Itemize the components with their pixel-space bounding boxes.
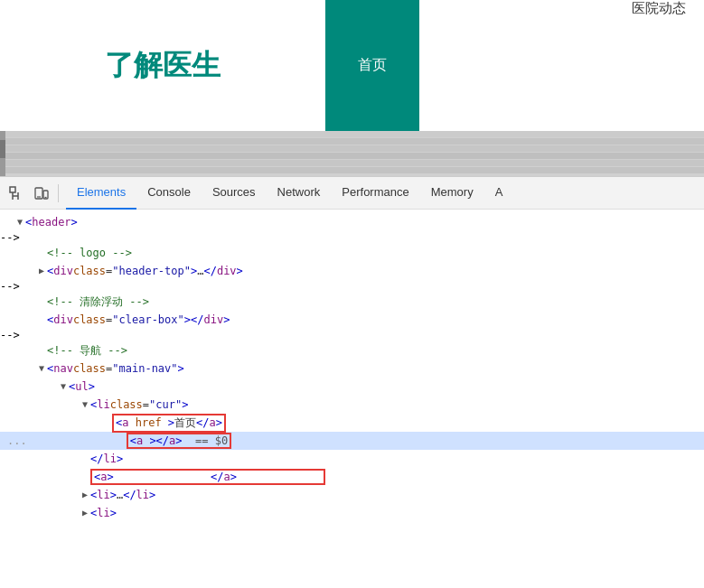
dom-line[interactable]: ▶ <li> bbox=[0, 504, 704, 522]
banner-area bbox=[0, 131, 704, 176]
triangle-icon[interactable]: ▼ bbox=[58, 381, 69, 392]
device-toolbar-icon[interactable] bbox=[31, 181, 52, 206]
logo-area: 了解医生 bbox=[0, 46, 325, 86]
triangle-icon[interactable]: ▶ bbox=[80, 490, 90, 500]
red-box-2: <a ></a> == $0 bbox=[127, 433, 231, 449]
elements-panel[interactable]: ▼ <header> --> ▶ <!-- logo --> ▶ <div cl… bbox=[0, 210, 704, 588]
dom-line[interactable]: ▶ </li> bbox=[0, 450, 704, 468]
dom-line[interactable]: ▼ <li class="cur" > bbox=[0, 396, 704, 414]
svg-rect-1 bbox=[0, 131, 704, 137]
dom-line-selected[interactable]: ... ▶ <a ></a> == $0 bbox=[0, 432, 704, 450]
svg-rect-3 bbox=[0, 145, 704, 152]
red-box-3: <a> </a> bbox=[90, 469, 325, 485]
dom-line[interactable]: ▶ <a href >首页</a> bbox=[0, 414, 704, 432]
triangle-icon[interactable]: ▼ bbox=[14, 217, 25, 228]
dom-line[interactable]: ▼ <nav class="main-nav" > bbox=[0, 359, 704, 378]
nav-item-home: 首页 bbox=[325, 0, 419, 131]
svg-rect-6 bbox=[0, 167, 704, 173]
dom-line[interactable]: ▶ <!-- logo --> bbox=[0, 244, 704, 262]
tab-memory[interactable]: Memory bbox=[420, 177, 484, 210]
svg-rect-9 bbox=[10, 187, 15, 192]
dom-line[interactable]: ▼ <ul> bbox=[0, 378, 704, 396]
dom-line[interactable]: ▶ <div class="clear-box" ></div> bbox=[0, 311, 704, 329]
website-preview: 了解医生 首页 医院动态 bbox=[0, 0, 704, 176]
svg-rect-8 bbox=[0, 140, 5, 158]
tab-console[interactable]: Console bbox=[136, 177, 202, 210]
svg-rect-2 bbox=[0, 138, 704, 145]
tab-performance[interactable]: Performance bbox=[331, 177, 419, 210]
tab-elements[interactable]: Elements bbox=[66, 177, 136, 210]
dom-line[interactable]: ▶ <!-- 清除浮动 --> bbox=[0, 293, 704, 311]
triangle-icon[interactable]: ▼ bbox=[80, 399, 90, 410]
triangle-icon[interactable]: ▶ bbox=[36, 266, 47, 276]
dom-line[interactable]: ▶ <li >…</li> bbox=[0, 486, 704, 504]
devtools-toolbar: Elements Console Sources Network Perform… bbox=[0, 177, 704, 210]
red-box-1: <a href >首页</a> bbox=[112, 414, 226, 433]
three-dots: ... bbox=[7, 434, 27, 447]
svg-rect-4 bbox=[0, 153, 704, 159]
dom-line[interactable]: ▼ <header> bbox=[0, 213, 704, 231]
dom-line[interactable]: ▶ <a> </a> bbox=[0, 468, 704, 486]
inspector-icon[interactable] bbox=[5, 181, 27, 206]
banner-image bbox=[0, 131, 704, 176]
devtools-panel: Elements Console Sources Network Perform… bbox=[0, 176, 704, 588]
tab-network[interactable]: Network bbox=[267, 177, 332, 210]
tab-more[interactable]: A bbox=[484, 177, 514, 210]
svg-rect-5 bbox=[0, 160, 704, 166]
nav-item-news: 医院动态 bbox=[632, 0, 704, 17]
devtools-tabs: Elements Console Sources Network Perform… bbox=[62, 177, 700, 210]
triangle-icon[interactable]: ▶ bbox=[80, 508, 90, 518]
dom-line[interactable]: ▶ <div class="header-top" >…</div> bbox=[0, 262, 704, 280]
triangle-icon[interactable]: ▼ bbox=[36, 363, 47, 374]
site-header: 了解医生 首页 医院动态 bbox=[0, 0, 704, 131]
site-nav: 首页 医院动态 bbox=[325, 0, 704, 131]
toolbar-divider bbox=[58, 184, 59, 202]
dom-line[interactable]: ▶ <!-- 导航 --> bbox=[0, 341, 704, 359]
tab-sources[interactable]: Sources bbox=[202, 177, 267, 210]
site-logo: 了解医生 bbox=[105, 46, 221, 86]
